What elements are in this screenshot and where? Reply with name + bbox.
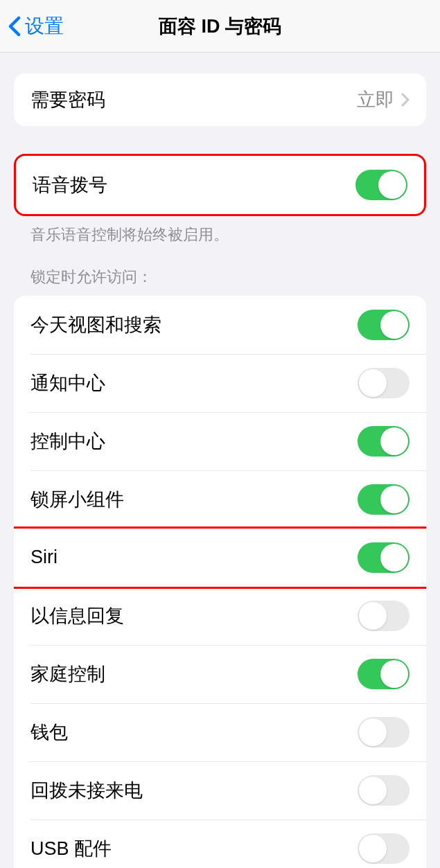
chevron-right-icon	[401, 93, 410, 107]
lock-item-toggle[interactable]	[358, 368, 410, 398]
lock-access-group: 今天视图和搜索通知中心控制中心锁屏小组件Siri以信息回复家庭控制钱包回拨未接来…	[14, 296, 426, 868]
lock-item-label: 通知中心	[30, 371, 105, 396]
row-right: 立即	[357, 87, 410, 112]
lock-item-row: 通知中心	[14, 354, 426, 412]
require-passcode-group: 需要密码 立即	[14, 73, 426, 126]
lock-item-label: 家庭控制	[30, 662, 105, 687]
lock-item-label: 今天视图和搜索	[30, 312, 161, 337]
require-passcode-label: 需要密码	[30, 87, 105, 112]
lock-item-label: 以信息回复	[30, 603, 124, 628]
require-passcode-value: 立即	[357, 87, 394, 112]
lock-item-toggle[interactable]	[358, 717, 410, 747]
lock-item-row: 今天视图和搜索	[14, 296, 426, 354]
voice-dial-toggle[interactable]	[355, 170, 407, 200]
lock-item-row: 家庭控制	[14, 645, 426, 703]
voice-dial-row: 语音拨号	[16, 156, 424, 214]
lock-item-toggle[interactable]	[358, 601, 410, 631]
lock-item-label: Siri	[30, 547, 58, 568]
nav-bar: 设置 面容 ID 与密码	[0, 0, 440, 53]
lock-item-label: 回拨未接来电	[30, 778, 143, 803]
page-title: 面容 ID 与密码	[0, 14, 440, 39]
lock-item-row: USB 配件	[14, 820, 426, 868]
chevron-left-icon	[8, 16, 21, 37]
back-button[interactable]: 设置	[0, 13, 64, 39]
lock-item-row: 回拨未接来电	[14, 761, 426, 820]
voice-dial-label: 语音拨号	[33, 172, 107, 197]
lock-item-toggle[interactable]	[358, 484, 410, 515]
lock-item-label: USB 配件	[30, 836, 112, 861]
lock-item-label: 锁屏小组件	[30, 487, 124, 512]
lock-item-label: 控制中心	[30, 429, 105, 454]
lock-item-row: 控制中心	[14, 412, 426, 470]
lock-item-row: Siri	[14, 526, 426, 589]
lock-item-toggle[interactable]	[358, 775, 410, 806]
lock-item-label: 钱包	[30, 720, 68, 745]
lock-item-toggle[interactable]	[358, 426, 410, 457]
lock-item-toggle[interactable]	[358, 542, 410, 573]
lock-item-row: 以信息回复	[14, 587, 426, 645]
lock-item-toggle[interactable]	[358, 659, 410, 689]
lock-access-header: 锁定时允许访问：	[14, 246, 426, 296]
lock-item-row: 锁屏小组件	[14, 470, 426, 529]
require-passcode-row[interactable]: 需要密码 立即	[14, 73, 426, 126]
voice-dial-group: 语音拨号	[14, 154, 426, 216]
lock-item-row: 钱包	[14, 703, 426, 761]
back-label: 设置	[25, 13, 64, 39]
lock-item-toggle[interactable]	[358, 310, 410, 340]
voice-dial-footer: 音乐语音控制将始终被启用。	[14, 216, 426, 246]
lock-item-toggle[interactable]	[358, 833, 410, 864]
